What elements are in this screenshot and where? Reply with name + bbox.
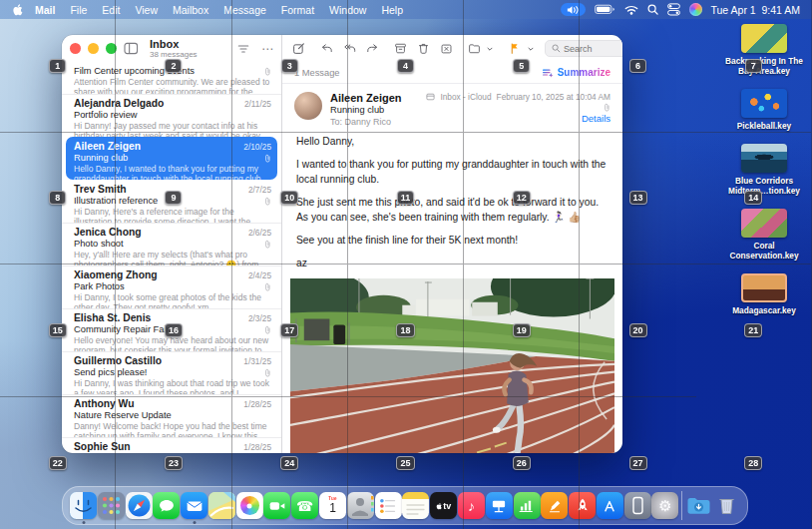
reply-icon[interactable] — [320, 42, 333, 55]
message-subject: Film Center upcoming events — [74, 66, 195, 77]
desktop-file-icon[interactable]: Pickleball.key — [720, 89, 808, 132]
menu-item[interactable]: Edit — [102, 4, 120, 16]
folder-chevron-icon[interactable] — [486, 45, 494, 53]
desktop-file-icon[interactable]: Coral Conservation.key — [720, 209, 808, 262]
menu-item[interactable]: View — [135, 4, 158, 16]
dock-notes[interactable] — [402, 492, 429, 519]
desktop-file-label: Coral Conservation.key — [721, 242, 807, 262]
message-preview: Hey, y'all! Here are my selects (that's … — [74, 250, 271, 265]
battery-icon[interactable] — [595, 4, 615, 15]
wifi-icon[interactable] — [624, 5, 638, 15]
message-preview: Hello Danny, I wanted to thank you for p… — [74, 164, 271, 180]
sender-name: Aileen Zeigen — [330, 92, 418, 104]
details-link[interactable]: Details — [582, 113, 610, 124]
spotlight-icon[interactable] — [647, 4, 658, 15]
apple-menu-icon[interactable] — [12, 3, 23, 16]
attachment-icon — [603, 103, 610, 112]
message-sender: Xiaomeng Zhong — [74, 269, 158, 281]
dock-downloads[interactable] — [685, 492, 712, 519]
message-sender: Sophie Sun — [74, 441, 131, 453]
dock-appletv[interactable]: tv — [430, 492, 457, 519]
message-list-item[interactable]: Xiaomeng Zhong 2/4/25 Park Photos Hi Dan… — [62, 265, 281, 308]
speaker-icon — [566, 5, 581, 15]
move-to-folder-icon[interactable] — [468, 42, 481, 55]
dock-system-settings[interactable]: ⚙ — [651, 492, 678, 519]
message-list-item[interactable]: Alejandra Delgado 2/11/25 Portfolio revi… — [62, 94, 281, 137]
minimize-button[interactable] — [88, 43, 99, 54]
more-actions-icon[interactable]: ⋯ — [261, 43, 273, 55]
message-count-label: 1 Message — [294, 68, 339, 78]
message-list-item[interactable]: Trev Smith 2/7/25 Illustration reference… — [62, 180, 281, 223]
sidebar-toggle-icon[interactable] — [124, 42, 139, 55]
menu-item[interactable]: Format — [281, 4, 314, 16]
dock-finder[interactable] — [70, 492, 97, 519]
filter-icon[interactable] — [236, 43, 250, 55]
search-field[interactable] — [545, 40, 622, 57]
zoom-button[interactable] — [106, 43, 117, 54]
dock-reminders[interactable] — [375, 492, 402, 519]
dock-numbers[interactable] — [514, 492, 541, 519]
search-input[interactable] — [564, 44, 622, 54]
dock-music[interactable]: ♪ — [458, 492, 485, 519]
message-list-item[interactable]: Guillermo Castillo 1/31/25 Send pics ple… — [62, 351, 281, 394]
dock-iphone-mirroring[interactable] — [624, 492, 651, 519]
dock-contacts[interactable] — [347, 492, 374, 519]
music-note-icon: ♪ — [468, 499, 475, 513]
dock-maps[interactable] — [208, 492, 235, 519]
attachment-photo[interactable] — [290, 278, 614, 453]
sender-avatar[interactable] — [294, 92, 322, 120]
dock-rocket-app[interactable] — [569, 492, 596, 519]
message-count-bar: 1 Message Summarize — [282, 62, 622, 84]
archive-icon[interactable] — [394, 42, 407, 55]
menu-item[interactable]: Message — [223, 4, 266, 16]
menu-item[interactable]: Mail — [35, 4, 55, 16]
message-list-item[interactable]: Aileen Zeigen 2/10/25 Running club Hello… — [66, 137, 277, 180]
message-body: Hello Danny, I wanted to thank you for p… — [282, 132, 622, 278]
trash-icon[interactable] — [417, 42, 430, 55]
reply-all-icon[interactable] — [343, 42, 356, 55]
menu-bar-status: Tue Apr 1 9:41 AM — [561, 3, 801, 16]
menu-item[interactable]: Mailbox — [173, 4, 208, 16]
dock-phone[interactable]: ☎ — [291, 492, 318, 519]
dock-safari[interactable] — [126, 492, 153, 519]
message-list-item[interactable]: Sophie Sun 1/28/25 The best vacation — [62, 437, 281, 453]
dock-trash[interactable] — [713, 492, 740, 519]
desktop-file-label: Pickleball.key — [737, 122, 791, 132]
dock-messages[interactable] — [153, 492, 180, 519]
dock-photos[interactable] — [236, 492, 263, 519]
flag-chevron-icon[interactable] — [527, 45, 535, 53]
desktop-file-icon[interactable]: Madagascar.key — [720, 273, 808, 316]
message-preview: Hi Danny, I took some great photos of th… — [74, 292, 271, 308]
control-center-icon[interactable] — [667, 3, 680, 16]
phone-handset-icon: ☎ — [296, 499, 313, 513]
message-subject: Park Photos — [74, 281, 125, 292]
keynote-file-thumbnail — [741, 144, 787, 173]
message-list-item[interactable]: Jenica Chong 2/6/25 Photo shoot Hey, y'a… — [62, 223, 281, 265]
menu-item[interactable]: Help — [381, 4, 403, 16]
message-subject: Portfolio review — [74, 110, 138, 121]
summarize-button[interactable]: Summarize — [542, 67, 610, 79]
close-button[interactable] — [70, 43, 81, 54]
dock-calendar[interactable]: Tue1 — [319, 492, 346, 519]
siri-icon[interactable] — [689, 3, 702, 16]
desktop: MailFileEditViewMailboxMessageFormatWind… — [0, 0, 812, 529]
flag-icon[interactable] — [509, 42, 522, 55]
desktop-file-icon[interactable]: Backpacking In The Bay Area.key — [720, 24, 808, 77]
dock-mail[interactable] — [181, 492, 207, 519]
forward-icon[interactable] — [366, 42, 379, 55]
voice-control-indicator[interactable] — [561, 3, 586, 16]
menu-item[interactable]: Window — [329, 4, 366, 16]
menu-item[interactable]: File — [70, 4, 87, 16]
message-list-item[interactable]: Film Center upcoming events Attention Fi… — [62, 63, 281, 94]
compose-icon[interactable] — [292, 42, 305, 55]
dock-facetime[interactable] — [263, 492, 290, 519]
menu-bar-clock[interactable]: Tue Apr 1 9:41 AM — [711, 4, 801, 16]
desktop-file-icon[interactable]: Blue Corridors Midterm…tion.key — [720, 144, 808, 197]
message-list-item[interactable]: Elisha St. Denis 2/3/25 Community Repair… — [62, 308, 281, 351]
dock-appstore[interactable] — [597, 492, 623, 519]
dock-launchpad[interactable] — [98, 492, 125, 519]
message-list-item[interactable]: Anthony Wu 1/28/25 Nature Reserve Update… — [62, 394, 281, 437]
junk-icon[interactable] — [440, 42, 453, 55]
dock-pages[interactable] — [541, 492, 568, 519]
dock-keynote[interactable] — [486, 492, 513, 519]
